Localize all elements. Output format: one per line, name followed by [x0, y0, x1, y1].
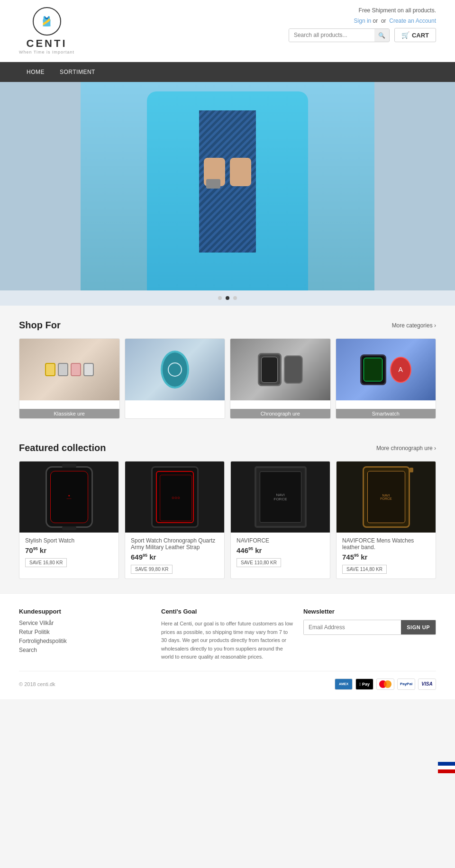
shop-for-header: Shop For More categories › [19, 320, 436, 331]
shop-for-section: Shop For More categories › Klassiske ure [0, 306, 455, 433]
footer-link-service[interactable]: Service Vilkår [19, 620, 152, 626]
create-account-link[interactable]: Create an Account [389, 18, 436, 24]
product-image-4: NAVIFORCE [337, 461, 436, 533]
payment-icons: AMEX  Pay PayPal VISA [335, 678, 436, 690]
payment-paypal: PayPal [397, 678, 415, 690]
cart-icon: 🛒 [401, 31, 410, 39]
smartwatch-display [360, 354, 386, 385]
product-watch-3: NAVIFORCE [255, 466, 307, 528]
payment-amex: AMEX [335, 678, 353, 690]
category-image-sport [125, 339, 225, 400]
hero-dot-1[interactable] [218, 296, 222, 300]
newsletter-form: SIGN UP [303, 620, 436, 635]
watch-face-4: NAVIFORCE [367, 471, 405, 523]
chrono-watch-1 [258, 353, 282, 386]
watch [206, 179, 220, 189]
footer-col-goal: Centi's Goal Here at Centi, our goal is … [161, 608, 294, 661]
sign-in-link[interactable]: Sign in [354, 18, 372, 24]
footer-columns: Kundesupport Service Vilkår Retur Politi… [19, 608, 436, 661]
logo-circle: 🎽 [33, 7, 61, 36]
copyright: © 2018 centi.dk [19, 681, 55, 687]
product-card-1[interactable]: ●── Stylish Sport Watch 7095 kr SAVE 16,… [19, 461, 119, 579]
cart-label: CART [412, 32, 429, 39]
product-card-3[interactable]: NAVIFORCE NAVIFORCE 44695 kr SAVE 110,80… [230, 461, 330, 579]
watch-crown [410, 468, 413, 472]
shop-for-title: Shop For [19, 320, 61, 331]
product-info-2: Sport Watch Chronograph Quartz Army Mili… [125, 533, 224, 579]
category-image-klassiske [19, 339, 119, 400]
auth-links: Sign in or or Create an Account [354, 18, 436, 24]
watch-face-2: ⊙⊙⊙ [156, 471, 194, 523]
payment-visa: VISA [418, 678, 436, 690]
nav-link-sortiment[interactable]: SORTIMENT [52, 62, 103, 82]
more-featured-link[interactable]: More chronograph ure › [376, 445, 436, 452]
product-name-4: NAVIFORCE Mens Watches leather band. [342, 537, 430, 551]
payment-mastercard [376, 678, 394, 690]
watch-face-3: NAVIFORCE [260, 471, 301, 523]
footer-link-retur[interactable]: Retur Politik [19, 629, 152, 635]
hero-dot-3[interactable] [233, 296, 237, 300]
category-card-sport[interactable] [125, 338, 226, 419]
category-image-smart: A [336, 339, 436, 400]
newsletter-signup-button[interactable]: SIGN UP [401, 620, 436, 634]
footer-link-search[interactable]: Search [19, 647, 152, 653]
hero-person [81, 82, 374, 290]
header-right: Free Shipment on all products. Sign in o… [289, 7, 436, 42]
logo[interactable]: 🎽 CENTI When Time is Important [19, 7, 74, 54]
watch-inner-2: ⊙⊙⊙ [160, 475, 192, 521]
hero-dot-2[interactable] [226, 296, 229, 300]
nav-item-sortiment[interactable]: SORTIMENT [52, 62, 103, 82]
product-price-1: 7095 kr [25, 546, 113, 554]
watch-strap-top-1 [62, 464, 76, 468]
footer-bottom: © 2018 centi.dk AMEX  Pay PayPal VISA [19, 671, 436, 690]
chrono-face-1 [261, 357, 278, 383]
footer-goal-text: Here at Centi, our goal is to offer futu… [161, 620, 294, 661]
cart-button[interactable]: 🛒 CART [394, 28, 436, 42]
search-input[interactable] [289, 29, 374, 42]
product-info-3: NAVIFORCE 44695 kr SAVE 110,80 KR [231, 533, 330, 572]
watch-detail-1: ●── [67, 494, 72, 500]
main-nav: HOME SORTIMENT [0, 62, 455, 82]
product-card-2[interactable]: ⊙⊙⊙ Sport Watch Chronograph Quartz Army … [125, 461, 225, 579]
site-header: 🎽 CENTI When Time is Important Free Ship… [0, 0, 455, 62]
hands [204, 158, 251, 186]
hero-dots [0, 290, 455, 306]
chrono-display [258, 339, 303, 400]
more-categories-link[interactable]: More categories › [392, 322, 436, 329]
klassiske-watch-display [45, 363, 94, 376]
featured-grid: ●── Stylish Sport Watch 7095 kr SAVE 16,… [19, 461, 436, 579]
nav-link-home[interactable]: HOME [19, 62, 52, 82]
footer-newsletter-title: Newsletter [303, 608, 436, 615]
product-watch-4: NAVIFORCE [363, 466, 410, 528]
product-watch-2: ⊙⊙⊙ [151, 466, 199, 528]
footer-col-support: Kundesupport Service Vilkår Retur Politi… [19, 608, 152, 661]
category-card-smart[interactable]: A Smartwatch [336, 338, 437, 419]
footer-support-title: Kundesupport [19, 608, 152, 615]
site-footer: Kundesupport Service Vilkår Retur Politi… [0, 593, 455, 699]
category-grid: Klassiske ure Chronograph ure [19, 338, 436, 419]
nav-list: HOME SORTIMENT [19, 62, 436, 82]
product-card-4[interactable]: NAVIFORCE NAVIFORCE Mens Watches leather… [336, 461, 436, 579]
footer-col-newsletter: Newsletter SIGN UP [303, 608, 436, 661]
search-button[interactable]: 🔍 [374, 29, 389, 42]
watch-plain [83, 363, 94, 376]
footer-link-fortrolighed[interactable]: Fortrolighedspolitik [19, 638, 152, 644]
save-badge-2: SAVE 99,80 KR [131, 565, 173, 574]
save-badge-3: SAVE 110,80 KR [237, 558, 281, 567]
search-box: 🔍 [289, 28, 390, 42]
auth-or: or [373, 18, 378, 24]
sport-watch-display [161, 351, 189, 389]
newsletter-email-input[interactable] [304, 620, 401, 634]
watch-brand-3: NAVIFORCE [274, 493, 287, 501]
watch-rose [71, 363, 81, 376]
watch-text-2: ⊙⊙⊙ [172, 496, 180, 500]
watch-gold [45, 363, 55, 376]
category-card-klassiske[interactable]: Klassiske ure [19, 338, 120, 419]
save-badge-4: SAVE 114,80 KR [342, 565, 387, 574]
category-card-chrono[interactable]: Chronograph ure [230, 338, 331, 419]
category-image-chrono [230, 339, 330, 400]
search-cart-area: 🔍 🛒 CART [289, 28, 436, 42]
nav-item-home[interactable]: HOME [19, 62, 52, 82]
product-name-2: Sport Watch Chronograph Quartz Army Mili… [131, 537, 218, 551]
hero-section [0, 82, 455, 306]
